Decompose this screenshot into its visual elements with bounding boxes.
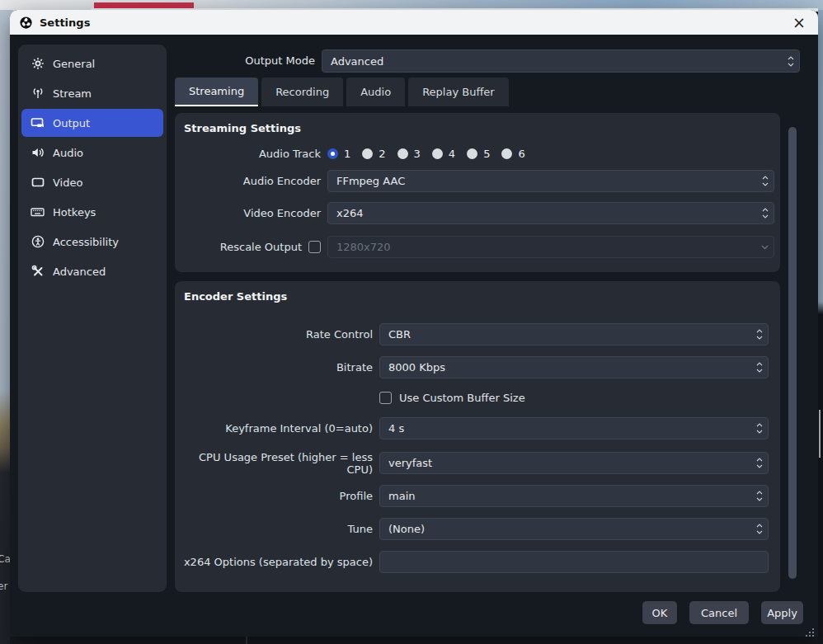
radio-label: 1 — [344, 148, 350, 160]
x264-options-input[interactable] — [379, 551, 769, 573]
rescale-output-text: Rescale Output — [220, 241, 302, 253]
audio-track-radio-1[interactable] — [327, 148, 338, 159]
cpu-preset-value: veryfast — [388, 457, 432, 469]
tab-replay-buffer[interactable]: Replay Buffer — [408, 78, 509, 106]
dialog-title: Settings — [40, 16, 90, 29]
desktop-right-strip — [818, 10, 823, 644]
resize-grip-icon[interactable] — [805, 628, 815, 637]
audio-track-radio-6[interactable] — [501, 148, 512, 159]
video-encoder-value: x264 — [336, 207, 364, 219]
desktop-right-detail — [819, 410, 821, 458]
audio-encoder-value: FFmpeg AAC — [336, 175, 405, 187]
radio-label: 2 — [379, 148, 385, 160]
cpu-preset-label: CPU Usage Preset (higher = less CPU) — [175, 452, 379, 474]
obs-logo-icon — [20, 16, 32, 29]
cpu-preset-select[interactable]: veryfast — [379, 452, 769, 474]
keyframe-interval-label: Keyframe Interval (0=auto) — [175, 417, 379, 440]
tools-icon — [31, 265, 45, 278]
sidebar-item-accessibility[interactable]: Accessibility — [21, 228, 163, 256]
desktop-bottom-strip — [10, 637, 818, 644]
broadcast-icon — [31, 87, 45, 100]
keyboard-icon — [31, 205, 45, 219]
output-mode-select[interactable]: Advanced — [322, 49, 800, 73]
tab-label: Streaming — [189, 85, 244, 97]
sidebar-item-label: Accessibility — [53, 236, 119, 248]
video-encoder-select[interactable]: x264 — [327, 202, 774, 224]
tune-select[interactable]: (None) — [379, 518, 769, 540]
sidebar-item-audio[interactable]: Audio — [21, 139, 163, 167]
spinbox-arrows-icon[interactable] — [751, 419, 767, 438]
rate-control-select[interactable]: CBR — [379, 323, 769, 346]
audio-track-radio-5[interactable] — [467, 148, 477, 159]
ok-button[interactable]: OK — [642, 601, 677, 624]
rescale-resolution-value: 1280x720 — [336, 241, 391, 253]
tab-label: Recording — [275, 86, 329, 98]
output-mode-value: Advanced — [331, 55, 383, 68]
background-text-fragment: Ca — [0, 553, 11, 565]
dropdown-arrow-icon — [757, 237, 773, 256]
sidebar-item-stream[interactable]: Stream — [21, 79, 163, 107]
audio-track-label: Audio Track — [175, 143, 327, 164]
settings-sidebar: General Stream Output — [18, 45, 167, 592]
profile-value: main — [388, 490, 415, 502]
bitrate-spinbox[interactable]: 8000 Kbps — [379, 356, 769, 378]
sidebar-item-video[interactable]: Video — [21, 168, 163, 196]
keyframe-interval-value: 4 s — [388, 422, 404, 435]
keyframe-interval-spinbox[interactable]: 4 s — [379, 417, 769, 440]
audio-track-radio-2[interactable] — [362, 148, 373, 159]
sidebar-item-label: Audio — [53, 147, 83, 159]
dropdown-arrows-icon[interactable] — [751, 454, 767, 472]
tab-streaming[interactable]: Streaming — [175, 78, 258, 106]
audio-encoder-label: Audio Encoder — [175, 170, 327, 192]
radio-label: 5 — [483, 148, 490, 160]
cancel-button[interactable]: Cancel — [689, 601, 749, 624]
encoder-settings-panel: Encoder Settings Rate Control CBR Bitrat… — [175, 281, 780, 592]
rescale-output-checkbox[interactable] — [308, 241, 321, 253]
dialog-titlebar[interactable]: Settings × — [10, 10, 818, 35]
video-encoder-label: Video Encoder — [175, 202, 327, 224]
speaker-icon — [31, 146, 45, 159]
audio-track-radio-3[interactable] — [397, 148, 408, 159]
dropdown-arrows-icon[interactable] — [757, 172, 773, 190]
tab-label: Replay Buffer — [422, 86, 495, 98]
sidebar-item-hotkeys[interactable]: Hotkeys — [21, 198, 163, 226]
spinbox-arrows-icon[interactable] — [751, 358, 767, 377]
audio-track-radio-4[interactable] — [432, 148, 443, 159]
audio-track-radio-group: 1 2 3 4 5 6 — [327, 148, 537, 160]
sidebar-item-output[interactable]: Output — [21, 109, 163, 137]
profile-label: Profile — [175, 485, 379, 507]
custom-buffer-label: Use Custom Buffer Size — [399, 392, 525, 404]
dropdown-arrows-icon[interactable] — [751, 519, 767, 538]
sidebar-item-advanced[interactable]: Advanced — [21, 257, 163, 285]
close-icon[interactable]: × — [787, 10, 811, 35]
audio-encoder-select[interactable]: FFmpeg AAC — [327, 170, 774, 192]
streaming-settings-panel: Streaming Settings Audio Track 1 2 3 4 5… — [175, 113, 780, 272]
profile-select[interactable]: main — [379, 485, 769, 507]
sidebar-item-label: Hotkeys — [53, 206, 96, 219]
apply-button[interactable]: Apply — [761, 601, 803, 624]
rescale-resolution-combobox[interactable]: 1280x720 — [327, 236, 774, 258]
content-scrollbar-handle[interactable] — [788, 127, 797, 579]
rate-control-label: Rate Control — [175, 323, 379, 346]
tab-recording[interactable]: Recording — [261, 78, 343, 106]
custom-buffer-checkbox[interactable] — [379, 392, 392, 404]
sidebar-item-label: General — [53, 58, 95, 70]
settings-dialog: Settings × General Stream — [10, 10, 818, 637]
tune-label: Tune — [175, 518, 379, 540]
content-scrollbar-track[interactable] — [788, 114, 797, 602]
accessibility-icon — [31, 235, 45, 248]
panel-title: Streaming Settings — [184, 122, 301, 134]
sidebar-item-general[interactable]: General — [21, 49, 163, 78]
monitor-icon — [31, 176, 45, 189]
tab-audio[interactable]: Audio — [346, 78, 405, 106]
sidebar-item-label: Video — [53, 176, 82, 189]
dropdown-arrows-icon[interactable] — [751, 325, 767, 344]
radio-label: 3 — [414, 148, 421, 160]
dropdown-arrows-icon[interactable] — [751, 487, 767, 505]
dropdown-arrows-icon[interactable] — [757, 204, 773, 223]
desktop-bottom-divider — [246, 637, 247, 644]
dropdown-arrows-icon[interactable] — [783, 51, 798, 71]
sidebar-item-label: Stream — [53, 87, 92, 100]
sidebar-item-label: Advanced — [53, 266, 106, 278]
sidebar-item-label: Output — [53, 117, 90, 129]
